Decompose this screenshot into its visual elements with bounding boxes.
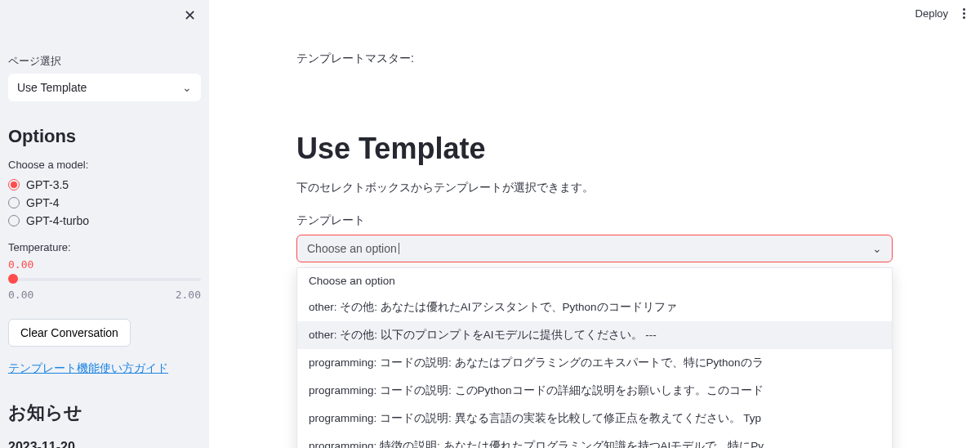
news-date: 2023-11-20 — [8, 440, 201, 448]
template-option[interactable]: programming: コードの説明: このPythonコードの詳細な説明をお… — [297, 377, 892, 405]
template-select[interactable]: Choose an option ⌄ — [296, 235, 893, 262]
model-radio-gpt-4[interactable]: GPT-4 — [8, 194, 201, 212]
model-radio-group: GPT-3.5GPT-4GPT-4-turbo — [8, 176, 201, 230]
page-select-value: Use Template — [17, 81, 87, 94]
template-option[interactable]: programming: 特徴の説明: あなたは優れたプログラミング知識を持つA… — [297, 432, 892, 448]
chevron-down-icon: ⌄ — [182, 81, 192, 94]
model-radio-label: GPT-3.5 — [26, 178, 69, 191]
page-subtext: 下のセレクトボックスからテンプレートが選択できます。 — [296, 181, 893, 195]
radio-icon — [8, 197, 20, 208]
model-label: Choose a model: — [8, 159, 201, 171]
deploy-button[interactable]: Deploy — [915, 7, 948, 20]
chevron-down-icon: ⌄ — [872, 242, 882, 255]
model-radio-gpt-35[interactable]: GPT-3.5 — [8, 176, 201, 194]
radio-icon — [8, 215, 20, 226]
template-master-label: テンプレートマスター: — [296, 52, 893, 66]
template-field-label: テンプレート — [296, 213, 893, 228]
template-option[interactable]: other: その他: 以下のプロンプトをAIモデルに提供してください。 --- — [297, 321, 892, 349]
template-select-wrap: Choose an option ⌄ Choose an optionother… — [296, 235, 893, 262]
main-area: Deploy テンプレートマスター: Use Template 下のセレクトボッ… — [209, 0, 980, 448]
temperature-max: 2.00 — [176, 289, 201, 301]
content: テンプレートマスター: Use Template 下のセレクトボックスからテンプ… — [296, 27, 893, 262]
template-dropdown-menu: Choose an optionother: その他: あなたは優れたAIアシス… — [296, 267, 893, 448]
page-select[interactable]: Use Template ⌄ — [8, 74, 201, 101]
radio-icon — [8, 179, 20, 190]
model-radio-label: GPT-4 — [26, 196, 59, 209]
topbar: Deploy — [209, 0, 980, 27]
options-heading: Options — [8, 126, 201, 147]
news-heading: お知らせ — [8, 401, 201, 425]
template-select-value: Choose an option — [307, 242, 397, 255]
temperature-min: 0.00 — [8, 289, 33, 301]
model-radio-gpt-4-turbo[interactable]: GPT-4-turbo — [8, 212, 201, 230]
temperature-slider[interactable] — [8, 272, 201, 285]
template-option[interactable]: other: その他: あなたは優れたAIアシスタントで、Pythonのコードリ… — [297, 293, 892, 321]
template-guide-link[interactable]: テンプレート機能使い方ガイド — [8, 361, 168, 376]
sidebar: ✕ ページ選択 Use Template ⌄ Options Choose a … — [0, 0, 209, 448]
template-option[interactable]: programming: コードの説明: 異なる言語の実装を比較して修正点を教え… — [297, 405, 892, 432]
clear-conversation-button[interactable]: Clear Conversation — [8, 319, 131, 347]
kebab-menu-icon[interactable] — [960, 5, 969, 22]
text-caret — [399, 243, 399, 254]
temperature-value: 0.00 — [8, 258, 201, 271]
close-icon[interactable]: ✕ — [179, 7, 201, 25]
temperature-label: Temperature: — [8, 241, 201, 253]
template-option[interactable]: programming: コードの説明: あなたはプログラミングのエキスパートで… — [297, 349, 892, 377]
model-radio-label: GPT-4-turbo — [26, 214, 89, 227]
page-title: Use Template — [296, 132, 893, 166]
template-option[interactable]: Choose an option — [297, 268, 892, 293]
page-select-label: ページ選択 — [8, 54, 201, 69]
